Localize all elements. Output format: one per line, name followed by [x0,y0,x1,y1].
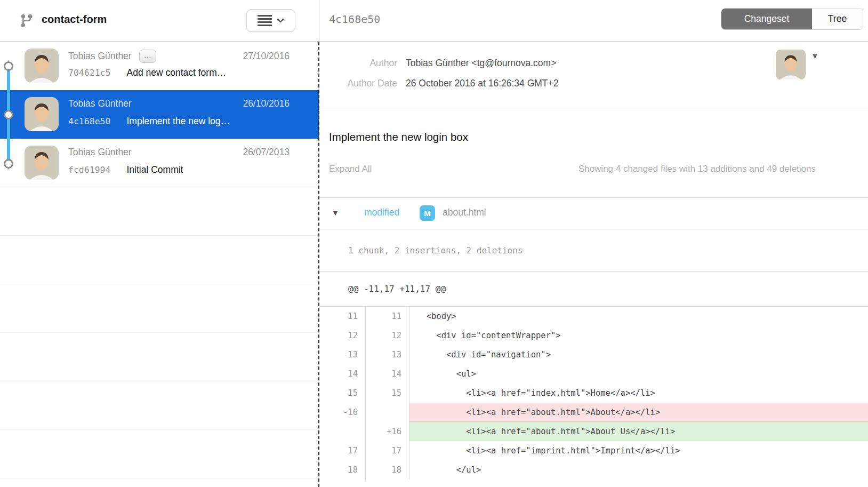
tab-changeset[interactable]: Changeset [721,9,812,29]
avatar-dropdown-icon[interactable]: ▼ [811,51,819,60]
tab-tree[interactable]: Tree [812,9,863,29]
avatar [25,49,59,83]
old-line-number: 15 [319,384,366,403]
diff-line: 1111 <body> [319,307,868,326]
commit-graph-node [4,159,13,169]
commit-message: Implement the new log… [126,116,230,127]
commit-date: 26/07/2013 [243,147,290,158]
git-branch-icon [19,13,34,29]
code-text: <li><a href="index.html">Home</a></li> [409,384,868,403]
old-line-number: 11 [319,307,366,326]
sidebar-header: contact-form [0,0,319,42]
commit-author: Tobias Günther [68,98,132,109]
code-text: <div id="contentWrapper"> [409,326,868,345]
diff-view: 1111 <body> 1212 <div id="contentWrapper… [319,307,868,480]
file-status: modified [364,207,399,218]
expand-all-button[interactable]: Expand All [329,164,372,174]
main-header: 4c168e50 Changeset Tree [319,0,868,42]
more-badge[interactable]: … [139,50,156,63]
empty-list-row [0,236,319,284]
new-line-number: 15 [366,384,409,403]
author-label: Author [319,58,397,69]
disclosure-triangle-icon[interactable]: ▼ [332,209,339,217]
author-date-label: Author Date [319,78,397,89]
diff-line: 1515 <li><a href="index.html">Home</a></… [319,384,868,403]
file-header-row[interactable]: ▼ modified M about.html [319,198,868,229]
empty-list-row [0,430,319,478]
chunk-info: 1 chunk, 2 insertions, 2 deletions [319,229,868,272]
empty-list-row [0,478,319,487]
commit-graph-node [4,61,13,71]
modified-badge: M [420,205,435,221]
empty-list-row [0,187,319,236]
list-menu-icon [258,15,272,26]
commit-message: Add new contact form… [126,67,226,78]
commit-meta-section: Author Tobias Günther <tg@fournova.com> … [319,42,868,108]
diff-line-deletion: -16 <li><a href="about.html">About</a></… [319,403,868,422]
commit-date: 26/10/2016 [243,98,290,109]
view-mode-segmented-control: Changeset Tree [721,9,863,29]
avatar [25,146,59,180]
diff-line: 1414 <ul> [319,364,868,384]
commit-date: 27/10/2016 [243,51,290,62]
commit-graph-node [4,110,13,119]
diff-line: 1212 <div id="contentWrapper"> [319,326,868,345]
avatar [776,49,806,80]
code-text: <ul> [409,364,868,384]
avatar [25,97,59,131]
code-text: <li><a href="about.html">About</a></li> [409,403,868,422]
file-name: about.html [443,207,486,218]
diff-line: 1717 <li><a href="imprint.html">Imprint<… [319,441,868,460]
commit-row-fcd61994[interactable]: Tobias Günther 26/07/2013 fcd61994 Initi… [0,139,319,187]
pane-divider[interactable] [318,42,319,487]
empty-list-row [0,333,319,381]
commit-message-title: Implement the new login box [329,131,468,143]
old-line-number: -16 [319,403,366,422]
code-text: <li><a href="about.html">About Us</a></l… [409,422,868,441]
diff-line: 1313 <div id="navigation"> [319,345,868,364]
empty-list-row [0,284,319,333]
new-line-number: 12 [366,326,409,345]
commit-sidebar: contact-form Tobias Günther … 27/10/2016… [0,0,319,487]
new-line-number: 13 [366,345,409,364]
commit-hash-title: 4c168e50 [329,13,380,26]
commit-author: Tobias Günther [68,51,132,62]
empty-list-row [0,381,319,430]
commit-hash: 4c168e50 [68,116,110,126]
new-line-number: 14 [366,364,409,384]
commit-row-704621c5[interactable]: Tobias Günther … 27/10/2016 704621c5 Add… [0,42,319,90]
new-line-number: +16 [366,422,409,441]
code-text: <body> [409,307,868,326]
commit-message-section: Implement the new login box Expand All S… [319,108,868,198]
hunk-header: @@ -11,17 +11,17 @@ [319,272,868,307]
changeset-panel: 4c168e50 Changeset Tree Author Tobias Gü… [319,0,868,487]
diff-line: 1818 </ul> [319,460,868,480]
new-line-number [366,403,409,422]
old-line-number: 12 [319,326,366,345]
old-line-number [319,422,366,441]
new-line-number: 11 [366,307,409,326]
code-text: <div id="navigation"> [409,345,868,364]
diff-line-addition: +16 <li><a href="about.html">About Us</a… [319,422,868,441]
new-line-number: 18 [366,460,409,480]
chevron-down-icon [277,18,284,23]
commit-row-4c168e50-selected[interactable]: Tobias Günther 26/10/2016 4c168e50 Imple… [0,90,319,139]
branch-title: contact-form [42,13,107,26]
commit-hash: 704621c5 [68,68,110,78]
old-line-number: 14 [319,364,366,384]
changed-files-summary: Showing 4 changed files with 13 addition… [578,164,816,174]
pane-divider-top [319,0,319,42]
commit-author: Tobias Günther [68,147,132,158]
code-text: </ul> [409,460,868,480]
new-line-number: 17 [366,441,409,460]
commit-message: Initial Commit [126,164,183,175]
old-line-number: 13 [319,345,366,364]
old-line-number: 17 [319,441,366,460]
list-options-button[interactable] [246,9,295,32]
author-date-value: 26 October 2016 at 16:26:34 GMT+2 [406,78,559,89]
code-text: <li><a href="imprint.html">Imprint</a></… [409,441,868,460]
commit-hash: fcd61994 [68,165,110,175]
old-line-number: 18 [319,460,366,480]
author-value: Tobias Günther <tg@fournova.com> [406,58,556,69]
